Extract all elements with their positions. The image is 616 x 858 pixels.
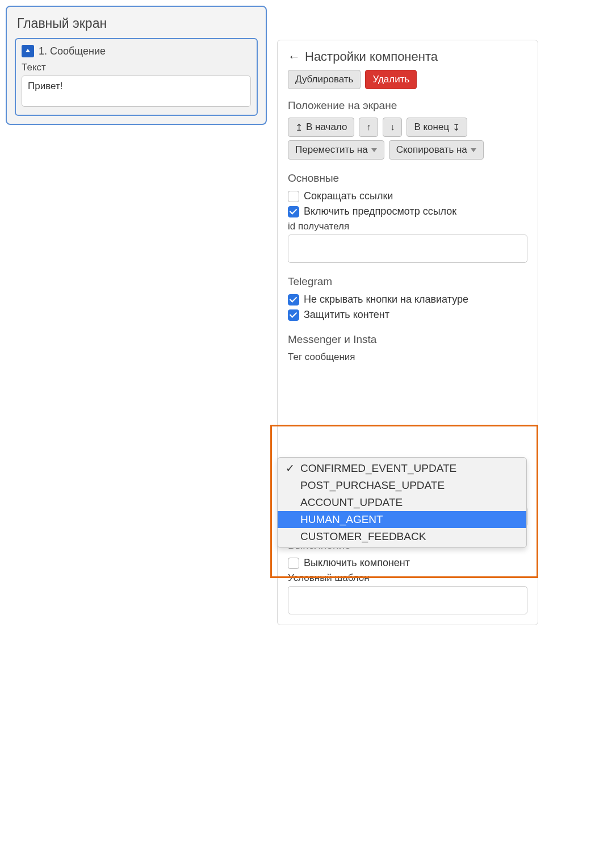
protect-content-checkbox[interactable]: Защитить контент	[288, 309, 527, 321]
checkbox-icon	[288, 309, 299, 321]
dropdown-option[interactable]: CONFIRMED_EVENT_UPDATE	[278, 460, 526, 477]
settings-title: Настройки компонента	[305, 49, 438, 64]
checkbox-label: Сокращать ссылки	[304, 190, 393, 202]
delete-button[interactable]: Удалить	[365, 70, 417, 89]
main-heading: Основные	[288, 172, 527, 185]
arrow-up-icon: ↑	[366, 122, 371, 132]
checkbox-label: Защитить контент	[304, 309, 389, 321]
copy-to-button[interactable]: Скопировать на	[389, 140, 484, 160]
checkbox-icon	[288, 191, 299, 202]
dropdown-option[interactable]: ACCOUNT_UPDATE	[278, 494, 526, 511]
keep-buttons-checkbox[interactable]: Не скрывать кнопки на клавиатуре	[288, 294, 527, 305]
recipient-id-label: id получателя	[288, 221, 527, 232]
arrow-up-bar-icon: ↥	[295, 122, 303, 133]
recipient-id-input[interactable]	[288, 235, 527, 263]
chevron-down-icon	[371, 148, 377, 152]
shorten-links-checkbox[interactable]: Сокращать ссылки	[288, 190, 527, 202]
to-end-button[interactable]: В конец ↧	[407, 118, 467, 137]
arrow-down-bar-icon: ↧	[452, 122, 460, 133]
disable-component-checkbox[interactable]: Выключить компонент	[288, 557, 527, 569]
checkbox-icon	[288, 206, 299, 217]
message-text-input[interactable]: Привет!	[22, 76, 251, 107]
chevron-down-icon	[471, 148, 476, 152]
message-tag-dropdown[interactable]: CONFIRMED_EVENT_UPDATEPOST_PURCHASE_UPDA…	[277, 457, 527, 548]
back-arrow-icon[interactable]: ←	[288, 49, 300, 64]
messenger-heading: Messenger и Insta	[288, 333, 527, 346]
arrow-down-icon: ↓	[390, 122, 395, 132]
move-up-button[interactable]: ↑	[359, 118, 378, 137]
message-icon	[22, 45, 34, 57]
tag-label: Тег сообщения	[288, 351, 527, 363]
position-heading: Положение на экране	[288, 99, 527, 112]
dropdown-option[interactable]: CUSTOMER_FEEDBACK	[278, 528, 526, 545]
checkbox-icon	[288, 294, 299, 305]
checkbox-icon	[288, 558, 299, 569]
screen-title: Главный экран	[17, 16, 258, 31]
message-title: 1. Сообщение	[39, 45, 106, 57]
template-label: Условный шаблон	[288, 572, 527, 584]
dropdown-option[interactable]: HUMAN_AGENT	[278, 511, 526, 528]
telegram-heading: Telegram	[288, 275, 527, 288]
duplicate-button[interactable]: Дублировать	[288, 70, 361, 89]
dropdown-option[interactable]: POST_PURCHASE_UPDATE	[278, 477, 526, 494]
to-start-button[interactable]: ↥ В начало	[288, 118, 354, 137]
checkbox-label: Выключить компонент	[304, 557, 410, 569]
move-down-button[interactable]: ↓	[383, 118, 402, 137]
link-preview-checkbox[interactable]: Включить предпросмотр ссылок	[288, 206, 527, 217]
screen-panel: Главный экран 1. Сообщение Текст Привет!	[6, 6, 267, 125]
move-to-button[interactable]: Переместить на	[288, 140, 384, 160]
message-card[interactable]: 1. Сообщение Текст Привет!	[15, 38, 258, 116]
checkbox-label: Включить предпросмотр ссылок	[304, 206, 456, 217]
text-label: Текст	[22, 62, 251, 73]
template-input[interactable]	[288, 586, 527, 614]
checkbox-label: Не скрывать кнопки на клавиатуре	[304, 294, 468, 305]
